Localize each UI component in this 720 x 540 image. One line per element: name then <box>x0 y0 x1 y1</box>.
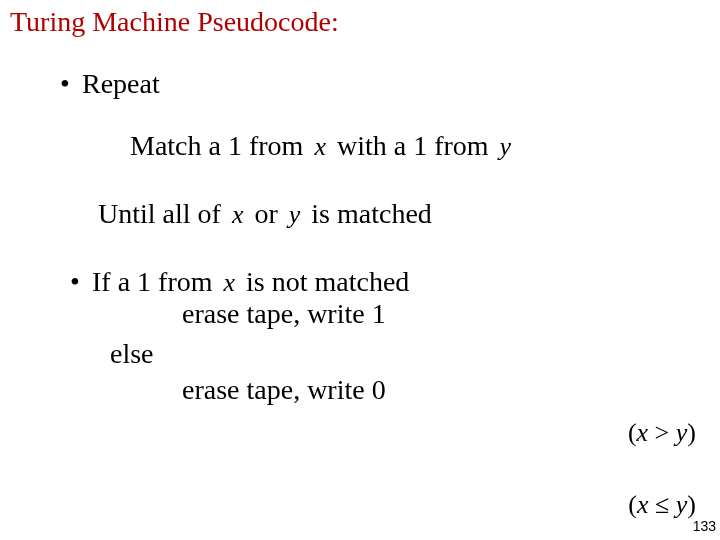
until-or: or <box>254 198 277 229</box>
match-line: Match a 1 from x with a 1 from y <box>130 130 710 162</box>
else-action: erase tape, write 0 <box>182 374 710 406</box>
bullet-dot-icon: • <box>60 68 82 100</box>
variable-y: y <box>496 132 516 162</box>
bullet-dot-icon: • <box>70 266 92 298</box>
then-action: erase tape, write 1 <box>182 298 710 330</box>
variable-x: x <box>220 268 240 298</box>
repeat-line: •Repeat <box>60 68 710 100</box>
condition-gt: (x > y) <box>610 418 696 448</box>
if-pre: If a 1 from <box>92 266 213 297</box>
match-pre: Match a 1 from <box>130 130 303 161</box>
variable-x: x <box>228 200 248 230</box>
until-post: is matched <box>311 198 432 229</box>
slide-title: Turing Machine Pseudocode: <box>10 6 710 38</box>
condition-le: (x ≤ y) <box>610 490 696 520</box>
until-pre: Until all of <box>98 198 221 229</box>
variable-y: y <box>285 200 305 230</box>
until-line: Until all of x or y is matched <box>98 198 710 230</box>
repeat-label: Repeat <box>82 68 160 99</box>
variable-x: x <box>310 132 330 162</box>
if-line: •If a 1 from x is not matched <box>70 266 710 298</box>
page-number: 133 <box>693 518 716 534</box>
else-label: else <box>110 338 710 370</box>
match-mid: with a 1 from <box>337 130 489 161</box>
if-post: is not matched <box>246 266 409 297</box>
